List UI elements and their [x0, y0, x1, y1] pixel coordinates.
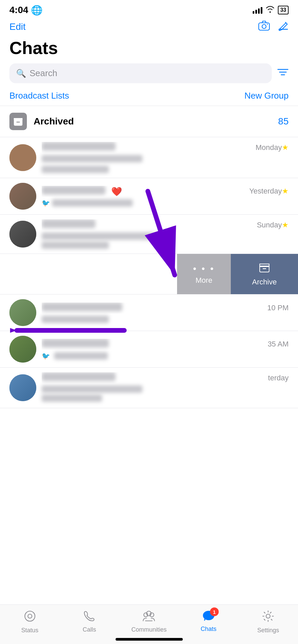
- compose-button[interactable]: [278, 20, 289, 33]
- signal-bars: [253, 6, 262, 14]
- chat-content: terday: [42, 372, 289, 403]
- chat-list-main: 10 PM 35 AM 🐦: [0, 294, 298, 408]
- camera-button[interactable]: [258, 20, 270, 33]
- search-row: 🔍 Search: [0, 63, 298, 89]
- svg-point-2: [267, 24, 268, 25]
- chat-item[interactable]: Monday ★: [0, 137, 298, 178]
- chat-content: 10 PM: [42, 303, 289, 323]
- nav-chats[interactable]: 1 Chats: [188, 610, 229, 633]
- chats-icon-container: 1: [202, 610, 215, 624]
- chat-name: [42, 142, 252, 153]
- chat-time: terday: [268, 374, 289, 382]
- chat-preview: [42, 232, 289, 240]
- chat-preview-2: [42, 164, 289, 173]
- avatar: [9, 374, 36, 401]
- chat-name: [42, 372, 265, 383]
- archive-icon: [259, 262, 270, 275]
- svg-point-1: [262, 24, 266, 29]
- avatar: [9, 221, 36, 248]
- star-icon: ★: [282, 187, 289, 196]
- chat-time: Sunday: [257, 221, 282, 229]
- chats-label: Chats: [201, 626, 216, 633]
- nav-calls[interactable]: Calls: [69, 610, 110, 633]
- search-bar[interactable]: 🔍 Search: [9, 63, 272, 83]
- chat-preview: [42, 385, 289, 393]
- star-icon: ★: [282, 143, 289, 152]
- archived-count: 85: [278, 116, 289, 127]
- chat-item[interactable]: ❤️ Yesterday ★ 🐦: [0, 178, 298, 215]
- chat-content: Monday ★: [42, 142, 289, 173]
- chat-name-row: 35 AM: [42, 339, 289, 350]
- avatar: [9, 336, 36, 363]
- chat-name-row: ❤️ Yesterday ★: [42, 186, 289, 197]
- chat-name-row: Sunday ★: [42, 219, 289, 230]
- nav-status[interactable]: Status: [10, 610, 50, 634]
- chat-item[interactable]: 35 AM 🐦: [0, 331, 298, 368]
- chat-name: ❤️: [42, 186, 246, 197]
- chat-name: [42, 303, 264, 314]
- chat-item[interactable]: 10 PM: [0, 294, 298, 331]
- chat-preview-2: [42, 394, 289, 403]
- chat-time: Yesterday: [249, 187, 282, 196]
- status-icon: [24, 610, 36, 625]
- vodafone-swipe-container: odafone 2:54 PM • • • More Archive: [0, 254, 298, 294]
- search-placeholder: Search: [30, 68, 57, 78]
- chat-time: 35 AM: [268, 340, 289, 348]
- swipe-archive-button[interactable]: Archive: [231, 254, 298, 294]
- chat-item[interactable]: terday: [0, 368, 298, 408]
- chat-content: 35 AM 🐦: [42, 339, 289, 360]
- header-icons: [258, 20, 289, 33]
- chat-name-row: Monday ★: [42, 142, 289, 153]
- signal-bar-4: [261, 7, 262, 14]
- chat-list-archived: Monday ★ ❤️: [0, 137, 298, 254]
- star-icon: ★: [282, 221, 289, 229]
- status-time: 4:04 🌐: [9, 5, 43, 16]
- chat-name-row: terday: [42, 372, 289, 383]
- avatar: [9, 183, 36, 210]
- new-group-link[interactable]: New Group: [245, 91, 289, 101]
- signal-bar-1: [253, 11, 254, 14]
- swipe-more-button[interactable]: • • • More: [177, 254, 231, 294]
- more-dots-icon: • • •: [193, 263, 215, 274]
- chat-item[interactable]: Sunday ★: [0, 215, 298, 254]
- chats-badge: 1: [210, 607, 219, 616]
- status-bar: 4:04 🌐 33: [0, 0, 298, 18]
- more-label: More: [196, 276, 212, 285]
- calls-icon: [84, 610, 95, 624]
- calls-label: Calls: [83, 626, 96, 633]
- avatar: [9, 299, 36, 326]
- broadcast-lists-link[interactable]: Broadcast Lists: [9, 91, 69, 101]
- chat-preview: [42, 316, 289, 323]
- archived-label: Archived: [34, 116, 271, 127]
- archived-row[interactable]: Archived 85: [0, 106, 298, 137]
- filter-icon[interactable]: [277, 67, 289, 79]
- svg-point-20: [266, 614, 270, 618]
- settings-icon: [262, 610, 274, 625]
- home-indicator: [116, 638, 183, 641]
- edit-button[interactable]: Edit: [9, 21, 26, 32]
- status-label: Status: [21, 627, 38, 634]
- nav-communities[interactable]: Communities: [129, 610, 169, 633]
- chat-name: [42, 339, 264, 350]
- chat-time: 10 PM: [267, 304, 289, 312]
- chat-preview-2: [42, 241, 289, 249]
- status-icons: 33: [253, 5, 289, 15]
- chat-name-row: 10 PM: [42, 303, 289, 314]
- svg-point-15: [28, 614, 32, 618]
- settings-label: Settings: [257, 627, 279, 634]
- chat-content: ❤️ Yesterday ★ 🐦: [42, 186, 289, 207]
- archive-label: Archive: [252, 278, 276, 286]
- heart-emoji: ❤️: [111, 186, 122, 197]
- swipe-actions: • • • More Archive: [177, 254, 298, 294]
- wifi-icon: [266, 5, 274, 15]
- time-display: 4:04: [9, 5, 28, 15]
- chat-name: [42, 219, 253, 230]
- signal-bar-3: [258, 8, 260, 14]
- chat-content: Sunday ★: [42, 219, 289, 249]
- communities-label: Communities: [131, 626, 167, 633]
- nav-settings[interactable]: Settings: [248, 610, 288, 634]
- archive-box-icon: [9, 113, 27, 130]
- battery-icon: 33: [278, 6, 289, 14]
- communities-icon: [142, 610, 155, 624]
- links-row: Broadcast Lists New Group: [0, 89, 298, 106]
